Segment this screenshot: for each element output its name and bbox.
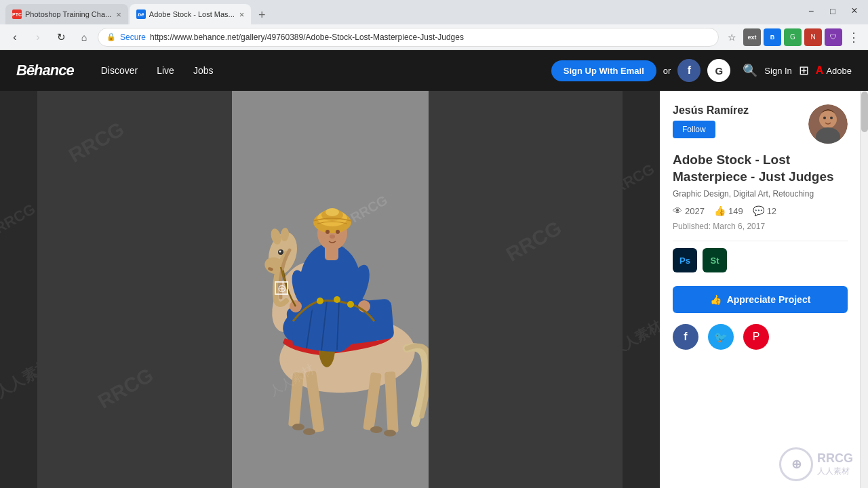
tab1-favicon: PTC [12, 9, 22, 19]
adobe-logo[interactable]: A Adobe [816, 64, 852, 77]
ext-btn-4[interactable]: N [804, 28, 822, 46]
lock-label: Secure [120, 33, 146, 42]
divider-1 [673, 241, 848, 241]
image-area: RRCG 人人素材 人人素材 RRCG RRCG [37, 91, 623, 488]
new-tab-button[interactable]: + [252, 5, 271, 24]
chinese-label: 人人素材 [817, 466, 850, 477]
svg-point-36 [334, 296, 340, 303]
reload-button[interactable]: ↻ [52, 28, 71, 47]
minimize-button[interactable]: − [803, 3, 819, 19]
svg-point-41 [819, 110, 837, 128]
adobe-logo-icon: A [816, 64, 824, 77]
tab2-favicon: bē [136, 9, 146, 19]
nav-actions: Sign Up With Email or f G 🔍 Sign In ⊞ A … [551, 59, 852, 82]
nav-live[interactable]: Live [157, 65, 174, 76]
left-panel: RRCG 人人素材 [0, 91, 37, 488]
more-button[interactable]: ⋮ [845, 28, 863, 46]
browser-tab-1[interactable]: PTC Photoshop Training Cha... × [5, 4, 128, 24]
artwork-canvas: RRCG 人人素材 ⊕ [232, 91, 429, 488]
nav-links: Discover Live Jobs [101, 65, 551, 76]
twitter-share-button[interactable]: 🐦 [708, 324, 734, 350]
rrcg-text-group: RRCG 人人素材 [817, 451, 853, 477]
main-content: RRCG 人人素材 RRCG 人人素材 人人素材 RRCG RRCG [0, 91, 868, 488]
social-share: f 🐦 P [673, 324, 848, 350]
bg-watermark-5: RRCG [502, 216, 566, 266]
pinterest-share-button[interactable]: P [743, 324, 769, 350]
back-button[interactable]: ‹ [5, 28, 24, 47]
bookmark-button[interactable]: ☆ [723, 28, 741, 46]
thumbs-up-icon: 👍 [710, 294, 722, 305]
signup-button[interactable]: Sign Up With Email [551, 60, 656, 81]
home-button[interactable]: ⌂ [75, 28, 94, 47]
or-label: or [663, 66, 671, 76]
forward-button[interactable]: › [28, 28, 47, 47]
tool-badges: Ps St [673, 248, 848, 272]
adobe-label: Adobe [826, 66, 852, 76]
right-panel: RRCG 人人素材 [623, 91, 660, 488]
maximize-button[interactable]: □ [825, 3, 841, 19]
rrcg-circle-icon: ⊕ [779, 447, 813, 481]
comments-count: 12 [767, 206, 776, 216]
crosshair-cursor: ⊕ [275, 281, 288, 295]
search-icon[interactable]: 🔍 [743, 63, 757, 78]
comments-stat: 💬 12 [753, 205, 776, 216]
facebook-share-button[interactable]: f [673, 324, 698, 350]
follow-button[interactable]: Follow [673, 121, 715, 138]
tab2-label: Adobe Stock - Lost Mas... [149, 10, 235, 18]
appreciate-button[interactable]: 👍 Appreciate Project [673, 286, 848, 313]
lock-icon: 🔒 [106, 33, 116, 41]
behance-nav: Bēhance Discover Live Jobs Sign Up With … [0, 50, 868, 91]
svg-point-8 [279, 251, 281, 253]
tab1-close[interactable]: × [116, 9, 121, 20]
url-bar[interactable]: 🔒 Secure https://www.behance.net/gallery… [98, 28, 719, 47]
left-watermark-1: RRCG [0, 200, 37, 237]
svg-point-34 [330, 235, 335, 239]
svg-point-33 [336, 230, 340, 234]
scrollbar[interactable] [860, 91, 868, 488]
left-watermark-2: 人人素材 [0, 355, 37, 403]
artwork-illustration: RRCG 人人素材 [232, 91, 429, 477]
close-window-button[interactable]: × [846, 3, 863, 19]
nav-discover[interactable]: Discover [101, 65, 138, 76]
author-name[interactable]: Jesús Ramírez [673, 104, 800, 117]
likes-stat: 👍 149 [714, 205, 743, 216]
svg-point-16 [370, 426, 382, 433]
ext-btn-1[interactable]: ext [743, 28, 761, 46]
views-stat: 👁 2027 [673, 205, 705, 216]
ext-btn-2[interactable]: B [764, 28, 781, 46]
ext-btn-3[interactable]: G [784, 28, 802, 46]
right-watermark-1: RRCG [623, 161, 658, 198]
views-count: 2027 [685, 206, 705, 216]
project-tags[interactable]: Graphic Design, Digital Art, Retouching [673, 189, 848, 199]
browser-extensions: ☆ ext B G N 🛡 ⋮ [723, 28, 863, 46]
window-controls: − □ × [803, 3, 863, 19]
signin-label[interactable]: Sign In [764, 66, 791, 76]
stats-row: 👁 2027 👍 149 💬 12 [673, 205, 848, 216]
svg-point-17 [384, 430, 396, 436]
comment-icon: 💬 [753, 205, 764, 216]
url-text: https://www.behance.net/gallery/49760389… [150, 33, 710, 42]
published-date: Published: March 6, 2017 [673, 222, 848, 231]
svg-point-35 [317, 298, 323, 304]
bg-watermark-1: RRCG [65, 117, 129, 167]
browser-tab-2[interactable]: bē Adobe Stock - Lost Mas... × [130, 4, 252, 24]
project-title: Adobe Stock - Lost Masterpiece - Just Ju… [673, 152, 848, 185]
rrcg-label: RRCG [817, 451, 853, 466]
likes-count: 149 [728, 206, 743, 216]
google-login-button[interactable]: G [707, 59, 730, 82]
grid-icon[interactable]: ⊞ [799, 63, 809, 78]
sidebar: Jesús Ramírez Follow Adobe Stock - Lost … [660, 91, 860, 488]
photoshop-badge[interactable]: Ps [673, 248, 697, 272]
rrcg-branding: ⊕ RRCG 人人素材 [779, 447, 853, 481]
svg-point-31 [326, 208, 339, 216]
scrollbar-thumb[interactable] [861, 92, 868, 132]
address-bar: ‹ › ↻ ⌂ 🔒 Secure https://www.behance.net… [0, 24, 868, 50]
tab2-close[interactable]: × [239, 9, 245, 20]
eye-icon: 👁 [673, 205, 682, 216]
facebook-login-button[interactable]: f [677, 59, 701, 82]
stock-badge[interactable]: St [703, 248, 727, 272]
ext-btn-5[interactable]: 🛡 [825, 28, 842, 46]
behance-logo[interactable]: Bēhance [16, 62, 74, 79]
nav-jobs[interactable]: Jobs [193, 65, 214, 76]
avatar[interactable] [808, 104, 848, 144]
